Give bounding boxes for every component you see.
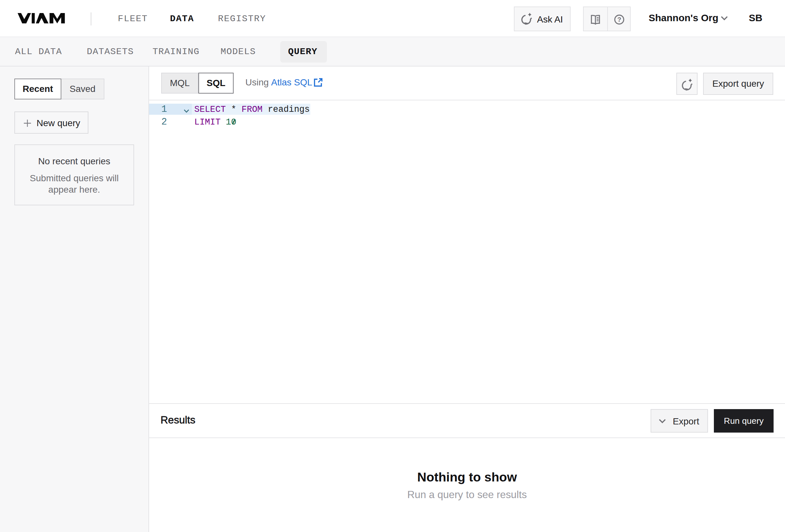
svg-text:?: ? (617, 16, 621, 23)
